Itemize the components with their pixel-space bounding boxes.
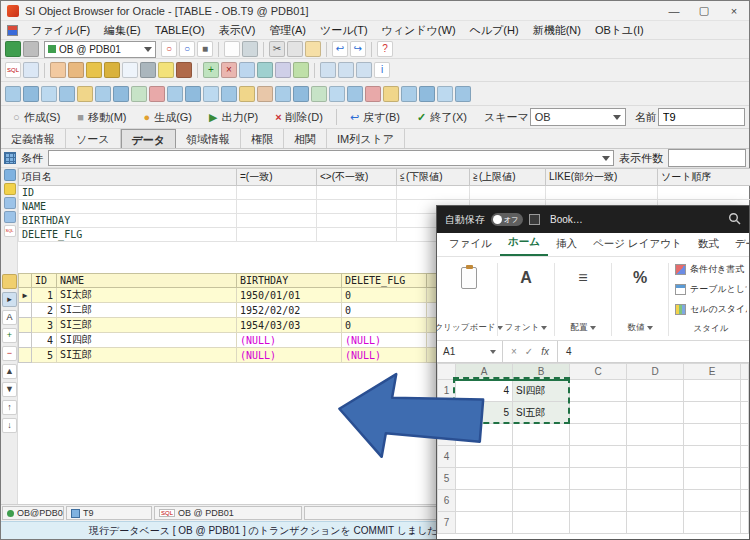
cell[interactable] (684, 468, 741, 490)
cell[interactable] (513, 424, 570, 446)
cell[interactable] (570, 380, 627, 402)
table-new-icon[interactable]: + (203, 62, 219, 78)
menu-new-features[interactable]: 新機能(N) (526, 23, 588, 38)
cell[interactable] (456, 424, 513, 446)
library-object-icon[interactable] (437, 86, 453, 102)
column-icon[interactable] (4, 197, 16, 209)
select-row-icon[interactable]: ▸ (2, 292, 17, 307)
menu-window[interactable]: ウィンドウ(W) (375, 23, 463, 38)
excel-tab-formulas[interactable]: 数式 (690, 233, 727, 256)
cell-name[interactable]: SI五郎 (57, 348, 237, 363)
row-header[interactable]: 5 (438, 468, 456, 490)
cell[interactable] (684, 512, 741, 534)
cell[interactable] (684, 490, 741, 512)
cell[interactable] (741, 402, 749, 424)
cell[interactable] (456, 490, 513, 512)
cell[interactable] (570, 402, 627, 424)
cell-id[interactable]: 4 (32, 333, 57, 348)
undo-icon[interactable]: ↩ (332, 41, 348, 57)
key-icon[interactable] (104, 62, 120, 78)
cell-name[interactable]: SI太郎 (57, 288, 237, 303)
sql-editor-icon[interactable]: SQL (5, 62, 21, 78)
rowcount-input[interactable] (668, 149, 746, 167)
cell-a2[interactable]: 5 (456, 402, 513, 424)
window-tile-icon[interactable] (338, 62, 354, 78)
tab-data[interactable]: データ (121, 129, 177, 148)
package-object-icon[interactable] (113, 86, 129, 102)
excel-tab-page-layout[interactable]: ページ レイアウト (585, 233, 690, 256)
cell-id[interactable]: 5 (32, 348, 57, 363)
procedure-object-icon[interactable] (77, 86, 93, 102)
clipboard-group-button[interactable]: クリップボード (443, 261, 495, 338)
filter-icon[interactable] (257, 62, 273, 78)
header-name[interactable]: NAME (57, 274, 237, 288)
select-all-corner[interactable] (438, 364, 456, 380)
users-icon[interactable] (68, 62, 84, 78)
sequence-object-icon[interactable] (59, 86, 75, 102)
cell[interactable] (570, 512, 627, 534)
cell[interactable] (570, 468, 627, 490)
cut-icon[interactable]: ✂ (269, 41, 285, 57)
name-box[interactable]: A1 (437, 341, 503, 362)
menu-table[interactable]: TABLE(O) (148, 24, 212, 36)
cell-id[interactable]: 3 (32, 318, 57, 333)
tab-relations[interactable]: 相関 (284, 129, 327, 148)
cluster-object-icon[interactable] (185, 86, 201, 102)
cell-name[interactable]: SI四郎 (57, 333, 237, 348)
sql-type-icon[interactable]: SQL (4, 225, 16, 237)
table-columns-icon[interactable] (4, 169, 16, 181)
lock-object-icon[interactable] (365, 86, 381, 102)
search-icon[interactable] (728, 212, 741, 227)
filter-cell[interactable] (237, 200, 317, 214)
menu-admin[interactable]: 管理(A) (262, 23, 313, 38)
window-cascade-icon[interactable] (356, 62, 372, 78)
insert-row-icon[interactable]: + (2, 328, 17, 343)
move-button[interactable]: ■移動(M) (69, 108, 134, 127)
tab-storage[interactable]: 領域情報 (176, 129, 241, 148)
trigger-object-icon[interactable] (149, 86, 165, 102)
cell[interactable] (741, 446, 749, 468)
cell-a1[interactable]: 4 (456, 380, 513, 402)
menu-help[interactable]: ヘルプ(H) (463, 23, 526, 38)
conditional-formatting-button[interactable]: 条件付き書式 (675, 263, 747, 276)
dblink-object-icon[interactable] (203, 86, 219, 102)
cell-birthday[interactable]: 1954/03/03 (237, 318, 342, 333)
header-delete-flg[interactable]: DELETE_FLG (342, 274, 427, 288)
cell[interactable] (456, 512, 513, 534)
user-object-icon[interactable] (257, 86, 273, 102)
calc-icon[interactable] (275, 62, 291, 78)
hand-tool-icon[interactable] (2, 274, 17, 289)
table-drop-icon[interactable]: × (221, 62, 237, 78)
script-window-icon[interactable] (23, 62, 39, 78)
first-row-icon[interactable]: ↑ (2, 400, 17, 415)
database-icon[interactable] (140, 62, 156, 78)
table-object-icon[interactable] (5, 86, 21, 102)
rollback-icon[interactable]: ○ (179, 41, 195, 57)
role-object-icon[interactable] (275, 86, 291, 102)
column-header-d[interactable]: D (627, 364, 684, 380)
cell[interactable] (570, 490, 627, 512)
synonym-object-icon[interactable] (41, 86, 57, 102)
tab-source[interactable]: ソース (66, 129, 121, 148)
cell[interactable] (513, 490, 570, 512)
excel-tab-data[interactable]: データ (727, 233, 749, 256)
mview-log-object-icon[interactable] (239, 86, 255, 102)
cell[interactable] (627, 490, 684, 512)
job-object-icon[interactable] (383, 86, 399, 102)
primary-key-icon[interactable] (4, 183, 16, 195)
cell-delete-flg-null[interactable]: (NULL) (342, 333, 427, 348)
font-group-button[interactable]: A フォント (500, 261, 552, 338)
cell[interactable] (513, 446, 570, 468)
directory-object-icon[interactable] (401, 86, 417, 102)
copy-icon[interactable] (287, 41, 303, 57)
edit-cell-icon[interactable]: A (2, 310, 17, 325)
session-combo[interactable]: OB @ PDB01 (44, 41, 156, 58)
tab-im-column-store[interactable]: IM列ストア (327, 129, 405, 148)
header-id[interactable]: ID (32, 274, 57, 288)
header-birthday[interactable]: BIRTHDAY (237, 274, 342, 288)
revert-button[interactable]: ↩戻す(B) (342, 108, 408, 127)
connect-icon[interactable] (5, 41, 21, 57)
filter-cell[interactable] (237, 214, 317, 228)
cancel-icon[interactable]: × (511, 346, 517, 357)
filter-cell[interactable] (546, 186, 658, 200)
